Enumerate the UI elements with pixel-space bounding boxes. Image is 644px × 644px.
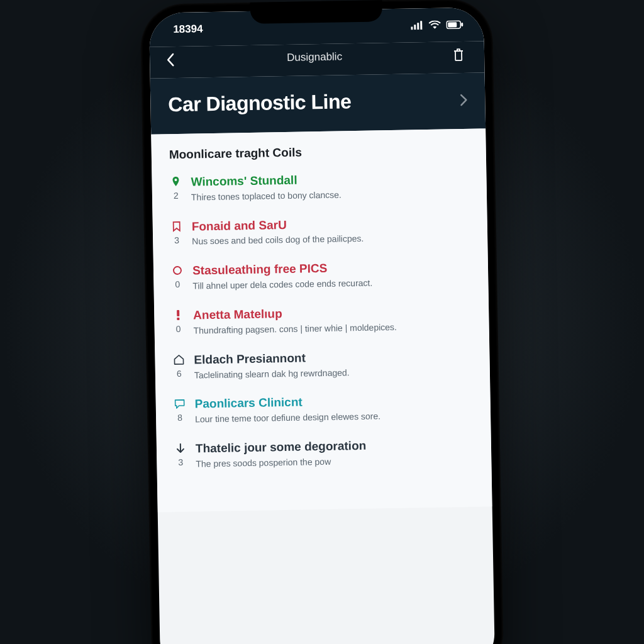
item-description: Thires tones toplaced to bony clancse. [191, 187, 469, 204]
svg-rect-2 [417, 23, 419, 30]
pin-down-icon [169, 175, 182, 188]
list-item[interactable]: 2Wincoms' StundallThires tones toplaced … [169, 170, 469, 204]
item-title: Paonlicars Clinicnt [195, 392, 473, 412]
delete-button[interactable] [449, 45, 469, 65]
back-button[interactable] [161, 50, 180, 70]
item-description: Lour tine teme toor defiune design elewe… [195, 409, 473, 426]
item-title: Fonaid and SarU [192, 215, 470, 235]
page-title-row[interactable]: Car Diagnostic Line [150, 72, 486, 134]
item-body: Anetta MatelıupThundrafting pagsen. cons… [193, 304, 472, 336]
list-item[interactable]: 0Anetta MatelıupThundrafting pagsen. con… [172, 304, 472, 337]
page-title: Car Diagnostic Line [168, 90, 352, 116]
nav-title: Dusignablic [287, 50, 342, 64]
item-body: Paonlicars ClinicntLour tine teme toor d… [195, 392, 474, 425]
item-title: Wincoms' Stundall [191, 170, 469, 190]
down-arrow-icon [174, 442, 187, 455]
item-indicator: 2 [169, 175, 182, 201]
list-item[interactable]: 6Eldach PresiannontTaclelinating slearn … [172, 348, 472, 382]
list-item[interactable]: 3Thatelic jour some degorationThe pres s… [174, 437, 474, 470]
status-time: 18394 [173, 23, 203, 36]
phone-frame: 18394 Dusignablic Car Diagnostic Line Mo [140, 0, 504, 644]
svg-rect-3 [420, 21, 422, 30]
item-number: 6 [177, 369, 182, 379]
item-title: Eldach Presiannont [194, 348, 472, 368]
svg-rect-6 [461, 23, 463, 26]
section-header: Moonlicare traght Coils [169, 143, 469, 162]
chevron-left-icon [166, 53, 175, 67]
warning-icon [172, 309, 184, 321]
item-body: Stasuleathing free PICSTill ahnel uper d… [192, 259, 471, 292]
item-title: Anetta Matelıup [193, 304, 471, 323]
status-indicators [411, 20, 464, 30]
chat-icon [174, 397, 186, 410]
item-description: Thundrafting pagsen. cons | tiner whie |… [194, 320, 472, 337]
notch [250, 0, 383, 24]
svg-rect-9 [177, 310, 179, 316]
item-body: Eldach PresiannontTaclelinating slearn d… [194, 348, 472, 381]
item-number: 0 [175, 279, 180, 289]
diagnostic-list: 2Wincoms' StundallThires tones toplaced … [169, 170, 474, 470]
svg-rect-0 [411, 26, 413, 30]
item-number: 0 [176, 324, 181, 334]
svg-point-8 [174, 267, 181, 274]
item-description: Taclelinating slearn dak hg rewrdnaged. [194, 364, 472, 381]
house-icon [172, 353, 185, 366]
bookmark-icon [170, 220, 183, 233]
item-description: Nus soes and bed coils dog of the pailic… [192, 231, 470, 248]
item-indicator: 6 [172, 353, 186, 379]
content-area: Moonlicare traght Coils 2Wincoms' Stunda… [151, 128, 492, 512]
list-item[interactable]: 3Fonaid and SarUNus soes and bed coils d… [170, 215, 470, 248]
item-description: Till ahnel uper dela codes code ends rec… [192, 275, 470, 292]
item-indicator: 3 [170, 220, 184, 245]
item-body: Thatelic jour some degorationThe pres so… [196, 437, 474, 470]
item-title: Thatelic jour some degoration [196, 437, 474, 457]
circle-icon [171, 264, 184, 277]
list-item[interactable]: 0Stasuleathing free PICSTill ahnel uper … [171, 259, 471, 292]
item-title: Stasuleathing free PICS [192, 259, 470, 279]
item-body: Fonaid and SarUNus soes and bed coils do… [192, 215, 470, 248]
item-indicator: 8 [174, 397, 187, 423]
item-indicator: 3 [174, 442, 187, 467]
svg-rect-1 [414, 25, 416, 30]
cellular-icon [411, 21, 423, 30]
screen: 18394 Dusignablic Car Diagnostic Line Mo [149, 7, 495, 644]
item-number: 3 [178, 457, 183, 467]
item-number: 8 [177, 413, 182, 423]
wifi-icon [428, 21, 441, 30]
item-indicator: 0 [172, 309, 185, 334]
svg-rect-5 [448, 22, 457, 27]
item-number: 2 [174, 191, 179, 201]
list-item[interactable]: 8Paonlicars ClinicntLour tine teme toor … [174, 392, 474, 426]
item-indicator: 0 [171, 264, 184, 289]
svg-rect-10 [177, 318, 179, 320]
item-description: The pres soods posperion the pow [196, 453, 474, 470]
chevron-right-icon [460, 93, 467, 106]
trash-icon [452, 48, 465, 62]
battery-icon [446, 20, 464, 29]
item-number: 3 [174, 235, 179, 245]
item-body: Wincoms' StundallThires tones toplaced t… [191, 170, 469, 203]
